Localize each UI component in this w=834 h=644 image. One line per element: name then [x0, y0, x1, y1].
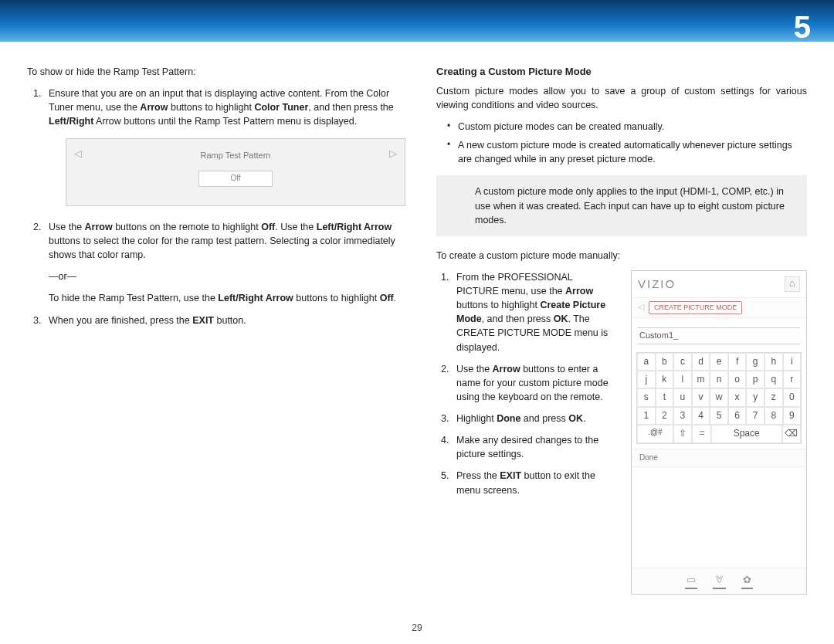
kb-row-2: j k l m n o p q r	[637, 371, 801, 388]
footer-settings-icon[interactable]: ✿	[741, 573, 753, 589]
create-step-2: Use the Arrow buttons to enter a name fo…	[452, 362, 617, 404]
kb-row-4: 1 2 3 4 5 6 7 8 9	[637, 407, 801, 425]
vizio-footer-icons: ▭ ⩔ ✿	[632, 568, 806, 594]
key-o[interactable]: o	[728, 371, 747, 388]
chapter-number: 5	[794, 5, 811, 49]
onscreen-keyboard: a b c d e f g h i j k l m	[636, 352, 802, 444]
key-a[interactable]: a	[637, 353, 656, 371]
key-0[interactable]: 0	[783, 388, 802, 406]
key-t[interactable]: t	[656, 388, 674, 406]
key-y[interactable]: y	[746, 388, 764, 406]
ramp-intro: To show or hide the Ramp Test Pattern:	[27, 65, 405, 79]
arrow-left-icon: ◁	[74, 147, 82, 161]
key-2[interactable]: 2	[656, 407, 674, 425]
key-l[interactable]: l	[673, 371, 692, 388]
key-5[interactable]: 5	[710, 407, 728, 425]
key-x[interactable]: x	[728, 388, 747, 406]
key-v[interactable]: v	[692, 388, 710, 406]
key-n[interactable]: n	[710, 371, 728, 388]
bullet-auto: A new custom picture mode is created aut…	[458, 138, 807, 166]
custom-mode-intro: Custom picture modes allow you to save a…	[436, 84, 807, 112]
ramp-step-3: When you are finished, press the EXIT bu…	[44, 314, 405, 327]
hide-ramp: To hide the Ramp Test Pattern, use the L…	[49, 291, 405, 305]
key-space[interactable]: Space	[711, 425, 782, 442]
key-p[interactable]: p	[746, 371, 764, 388]
key-s[interactable]: s	[637, 388, 656, 406]
key-m[interactable]: m	[692, 371, 710, 388]
key-6[interactable]: 6	[728, 407, 747, 425]
home-icon[interactable]: ⌂	[785, 276, 800, 292]
key-c[interactable]: c	[673, 353, 692, 371]
breadcrumb-label: CREATE PICTURE MODE	[649, 301, 742, 314]
key-f[interactable]: f	[728, 353, 747, 371]
create-step-3: Highlight Done and press OK.	[452, 412, 617, 425]
create-step-1: From the PROFESSIONAL PICTURE menu, use …	[452, 270, 617, 354]
footer-wide-icon[interactable]: ⩔	[713, 573, 726, 589]
key-z[interactable]: z	[764, 388, 783, 406]
ramp-step-1: Ensure that you are on an input that is …	[44, 86, 405, 206]
key-b[interactable]: b	[656, 353, 674, 371]
key-7[interactable]: 7	[746, 407, 764, 425]
ramp-steps: Ensure that you are on an input that is …	[27, 86, 405, 327]
key-w[interactable]: w	[710, 388, 728, 406]
create-intro: To create a custom picture mode manually…	[436, 249, 807, 263]
note-box: A custom picture mode only applies to th…	[436, 175, 807, 236]
create-step-4: Make any desired changes to the picture …	[452, 433, 617, 461]
ramp-test-pattern-widget: ◁ ▷ Ramp Test Pattern Off	[66, 138, 405, 206]
key-q[interactable]: q	[764, 371, 783, 388]
kb-row-3: s t u v w x y z 0	[637, 388, 801, 406]
right-column: Creating a Custom Picture Mode Custom pi…	[436, 65, 807, 595]
key-d[interactable]: d	[692, 353, 710, 371]
vizio-breadcrumb: ◁ CREATE PICTURE MODE	[632, 298, 806, 318]
key-mic-icon[interactable]: ꘌ	[692, 425, 710, 442]
key-9[interactable]: 9	[783, 407, 802, 425]
footer-cc-icon[interactable]: ▭	[685, 573, 697, 589]
key-k[interactable]: k	[656, 371, 674, 388]
page-number: 29	[0, 622, 834, 635]
steps-plus-panel: From the PROFESSIONAL PICTURE menu, use …	[436, 270, 807, 595]
key-backspace-icon[interactable]: ⌫	[782, 425, 801, 442]
vizio-osd-panel: VIZIO ⌂ ◁ CREATE PICTURE MODE Custom1_ a…	[631, 270, 807, 595]
mode-name-input[interactable]: Custom1_	[638, 327, 800, 344]
left-column: To show or hide the Ramp Test Pattern: E…	[27, 65, 405, 595]
ramp-off-button[interactable]: Off	[198, 171, 272, 187]
kb-row-5: .@# ⇧ ꘌ Space ⌫	[637, 425, 801, 442]
key-j[interactable]: j	[637, 371, 656, 388]
custom-mode-heading: Creating a Custom Picture Mode	[436, 65, 807, 80]
back-icon[interactable]: ◁	[638, 301, 644, 314]
key-3[interactable]: 3	[673, 407, 692, 425]
vizio-header: VIZIO ⌂	[632, 271, 806, 298]
key-symbols[interactable]: .@#	[637, 425, 673, 442]
ramp-step-2: Use the Arrow buttons on the remote to h…	[44, 220, 405, 306]
key-shift-icon[interactable]: ⇧	[673, 425, 692, 442]
keyboard-done-button[interactable]: Done	[632, 449, 806, 468]
chapter-banner: 5	[0, 0, 834, 42]
ramp-widget-title: Ramp Test Pattern	[74, 150, 397, 162]
key-4[interactable]: 4	[692, 407, 710, 425]
key-8[interactable]: 8	[764, 407, 783, 425]
key-i[interactable]: i	[783, 353, 802, 371]
key-r[interactable]: r	[783, 371, 802, 388]
create-step-5: Press the EXIT button to exit the menu s…	[452, 469, 617, 497]
key-e[interactable]: e	[710, 353, 728, 371]
key-g[interactable]: g	[746, 353, 764, 371]
bullet-manual: Custom picture modes can be created manu…	[458, 120, 807, 134]
page-content: To show or hide the Ramp Test Pattern: E…	[0, 42, 834, 595]
key-u[interactable]: u	[673, 388, 692, 406]
key-h[interactable]: h	[764, 353, 783, 371]
vizio-logo: VIZIO	[638, 276, 676, 293]
kb-row-1: a b c d e f g h i	[637, 353, 801, 371]
arrow-right-icon: ▷	[389, 147, 397, 161]
or-divider: —or—	[49, 269, 405, 283]
create-steps: From the PROFESSIONAL PICTURE menu, use …	[436, 270, 617, 507]
custom-mode-bullets: Custom picture modes can be created manu…	[436, 120, 807, 166]
panel-spacer	[632, 467, 806, 568]
key-1[interactable]: 1	[637, 407, 656, 425]
